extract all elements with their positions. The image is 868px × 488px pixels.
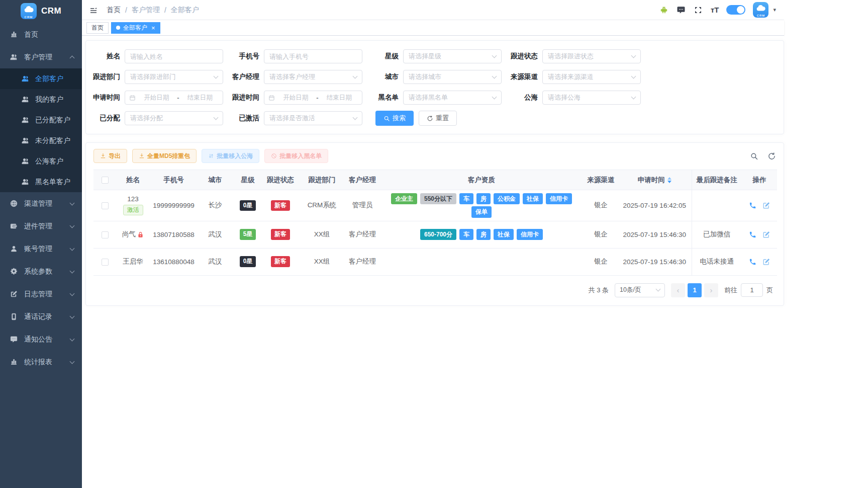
cell-name: 王启华 [116, 248, 150, 275]
status-badge: 新客 [271, 229, 290, 240]
follow-status-label: 跟进状态 [506, 52, 538, 61]
cell-phone: 13807180588 [150, 221, 198, 248]
sea-select[interactable]: 请选择公海 [542, 91, 641, 105]
tab-home[interactable]: 首页 [86, 22, 109, 34]
follow-dept-label: 跟进部门 [88, 72, 120, 82]
chevron-down-icon [70, 223, 75, 228]
phone-input[interactable] [264, 49, 362, 63]
md5-export-button[interactable]: 全量MD5排重包 [132, 149, 197, 163]
row-checkbox[interactable] [102, 202, 109, 209]
table-refresh-icon[interactable] [767, 152, 776, 160]
select-all-checkbox[interactable] [102, 177, 109, 184]
follow-dept-select[interactable]: 请选择跟进部门 [125, 70, 223, 84]
sidebar-item-channel-mgmt[interactable]: 渠道管理 [0, 192, 82, 215]
star-select[interactable]: 请选择星级 [403, 49, 502, 63]
follow-time-range[interactable]: 开始日期 - 结束日期 [264, 91, 362, 105]
hamburger-icon[interactable] [89, 7, 98, 14]
col-last-remark: 最后跟进备注 [692, 170, 742, 190]
star-badge: 0星 [240, 256, 256, 267]
export-button[interactable]: 导出 [93, 149, 127, 163]
qualification-tag: 房 [476, 193, 491, 204]
city-select[interactable]: 请选择城市 [403, 70, 502, 84]
sidebar-item-reports[interactable]: 统计报表 [0, 351, 82, 373]
cell-dept: XX组 [298, 248, 346, 275]
page-size-select[interactable]: 10条/页 [615, 283, 665, 297]
download-icon [100, 153, 106, 159]
col-phone: 手机号 [150, 170, 198, 190]
manager-label: 客户经理 [227, 72, 259, 82]
android-icon[interactable] [659, 5, 669, 15]
sidebar-item-assigned-customers[interactable]: 已分配客户 [0, 110, 82, 130]
breadcrumb-customer-mgmt[interactable]: 客户管理 [132, 6, 160, 15]
sidebar-item-application-mgmt[interactable]: 进件管理 [0, 215, 82, 237]
edit-icon[interactable] [762, 231, 770, 238]
app-root: CRM CRM 首页 客户管理 全部客户 我的客户 [0, 0, 868, 488]
sidebar-item-customer-mgmt[interactable]: 客户管理 [0, 46, 82, 68]
goto-page-input[interactable] [741, 283, 763, 297]
font-size-icon[interactable]: тT [711, 6, 719, 14]
row-checkbox[interactable] [102, 231, 109, 238]
close-icon[interactable]: × [151, 25, 155, 31]
sidebar-item-all-customers[interactable]: 全部客户 [0, 68, 82, 89]
sidebar-item-system-params[interactable]: 系统参数 [0, 260, 82, 283]
qualification-tag: 车 [459, 229, 473, 240]
qualification-tag: 车 [459, 193, 473, 204]
sidebar-item-unassigned-customers[interactable]: 未分配客户 [0, 130, 82, 151]
theme-toggle[interactable] [726, 5, 745, 15]
blacklist-select[interactable]: 请选择黑名单 [403, 91, 502, 105]
call-icon[interactable] [749, 202, 756, 209]
edit-icon[interactable] [762, 202, 770, 209]
star-label: 星级 [366, 52, 399, 61]
page-1-button[interactable]: 1 [688, 283, 702, 297]
cell-actions [742, 190, 777, 221]
channel-select[interactable]: 请选择来源渠道 [542, 70, 641, 84]
reset-button[interactable]: 重置 [419, 111, 457, 126]
cell-city: 武汉 [198, 221, 233, 248]
cell-channel: 银企 [584, 190, 618, 221]
apply-time-range[interactable]: 开始日期 - 结束日期 [125, 91, 223, 105]
sidebar-item-home[interactable]: 首页 [0, 23, 82, 46]
follow-status-select[interactable]: 请选择跟进状态 [542, 49, 641, 63]
prev-page-button[interactable]: ‹ [671, 283, 685, 297]
batch-move-blacklist-button[interactable]: 批量移入黑名单 [264, 149, 328, 163]
chevron-down-icon [214, 73, 219, 78]
name-label: 姓名 [88, 52, 120, 61]
row-checkbox[interactable] [102, 259, 109, 266]
manager-select[interactable]: 请选择客户经理 [264, 70, 362, 84]
next-page-button[interactable]: › [704, 283, 718, 297]
call-icon[interactable] [749, 231, 756, 238]
table-search-icon[interactable] [750, 152, 758, 160]
message-icon[interactable] [677, 5, 686, 15]
activated-select[interactable]: 请选择是否激活 [264, 111, 362, 125]
edit-icon[interactable] [762, 258, 770, 266]
avatar-caret-icon[interactable]: ▾ [773, 7, 776, 13]
cell-apply-time: 2025-07-19 15:46:30 [618, 248, 692, 275]
sidebar-item-label: 首页 [24, 30, 38, 39]
breadcrumb-home[interactable]: 首页 [107, 6, 121, 15]
sidebar-item-log-mgmt[interactable]: 日志管理 [0, 283, 82, 305]
user-avatar[interactable]: CRM [753, 2, 768, 18]
sidebar-item-my-customers[interactable]: 我的客户 [0, 89, 82, 110]
call-icon[interactable] [749, 258, 756, 266]
chevron-down-icon [70, 268, 75, 273]
sidebar-item-blacklist-customers[interactable]: 黑名单客户 [0, 172, 82, 192]
users-icon [22, 75, 29, 83]
cell-apply-time: 2025-07-19 16:42:05 [618, 190, 692, 221]
cell-remark: 电话未接通 [692, 248, 742, 275]
sidebar-item-account-mgmt[interactable]: 账号管理 [0, 237, 82, 260]
sidebar-item-sea-customers[interactable]: 公海客户 [0, 151, 82, 172]
tab-all-customers[interactable]: 全部客户 × [111, 22, 160, 34]
table-toolbar: 导出 全量MD5排重包 批量移入公海 批量移入黑名单 [93, 149, 776, 163]
search-button[interactable]: 搜索 [375, 111, 414, 126]
sidebar-item-call-records[interactable]: 通话记录 [0, 305, 82, 328]
chart-icon [10, 31, 18, 38]
name-input[interactable] [125, 49, 223, 63]
batch-move-sea-button[interactable]: 批量移入公海 [202, 149, 259, 163]
follow-time-label: 跟进时间 [227, 93, 259, 102]
assigned-select[interactable]: 请选择分配 [125, 111, 223, 125]
fullscreen-icon[interactable] [694, 5, 703, 15]
lock-icon [137, 231, 144, 238]
sidebar-item-notices[interactable]: 通知公告 [0, 328, 82, 351]
sort-icon[interactable] [667, 177, 671, 183]
top-navbar: 首页 / 客户管理 / 全部客户 тT CRM ▾ [82, 0, 784, 20]
